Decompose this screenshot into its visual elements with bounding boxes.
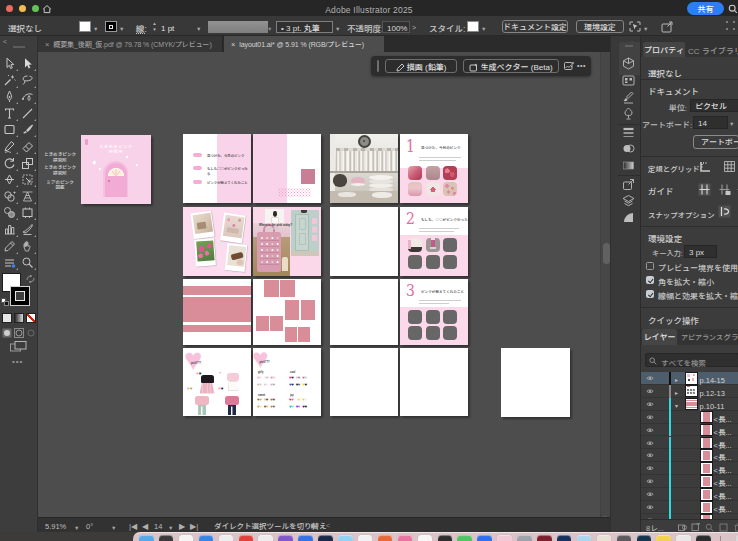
toolbar-drag-handle[interactable] [13,46,25,48]
dock-app-icon[interactable] [358,535,373,541]
dock-app-icon[interactable] [179,535,194,541]
free-transform-tool[interactable] [21,173,34,186]
artboard-toc-right[interactable] [253,134,321,203]
artboard-squares[interactable] [253,279,321,345]
stroke-weight-chevron-icon[interactable]: ▼ [196,25,201,33]
style-chevron-icon[interactable]: ▼ [481,25,486,33]
column-graph-tool[interactable] [3,223,16,236]
paintbrush-tool[interactable] [21,123,34,136]
gradient-mode-button[interactable] [14,313,24,323]
layer-thumbnail[interactable] [701,489,712,500]
layer-name[interactable]: <長... [714,451,732,462]
zoom-level[interactable]: 5.91% [45,520,66,531]
layer-thumbnail[interactable] [686,399,697,410]
dock-app-icon[interactable] [398,535,413,541]
artboard-count-chevron-icon[interactable]: ▼ [729,120,734,128]
new-sublayer-icon[interactable] [691,523,700,532]
draw-inside-icon[interactable] [26,328,36,338]
dock-app-icon[interactable] [497,535,512,541]
color-mode-button[interactable] [2,313,12,323]
first-artboard-icon[interactable]: |◀ [129,520,137,531]
dock-app-icon[interactable] [199,535,214,541]
last-artboard-icon[interactable]: ▶| [190,520,198,531]
pencil-tool[interactable] [3,240,16,253]
magic-wand-tool[interactable] [3,74,16,87]
dock-app-icon[interactable] [577,535,592,541]
panel-drag-handle[interactable] [625,45,633,47]
scale-tool[interactable] [21,157,34,170]
workspace-icon[interactable] [726,21,735,30]
search-icon[interactable] [728,4,738,14]
edit-artboards-button[interactable]: アートボー [693,135,738,149]
hint-collapse-icon[interactable]: < [326,520,330,531]
canvas-pasteboard[interactable]: ときめきピンク 研究所 ときめきピンク 研究所 ミアのピンク 図鑑 ときめきピン… [38,52,610,517]
rotation-value[interactable]: 0° [86,520,93,531]
make-mask-icon[interactable] [678,523,687,532]
direct-selection-tool[interactable] [3,57,16,70]
symbols-panel-icon[interactable] [622,107,635,120]
rectangle-tool[interactable] [3,123,16,136]
artboard-cover[interactable]: ときめきピンク 研究所 [81,135,151,204]
layer-row[interactable]: <長... [641,411,738,424]
dock-app-icon[interactable] [537,535,552,541]
layer-row[interactable]: ▸p.12-13 [641,385,738,398]
next-artboard-icon[interactable]: ▶ [179,520,185,531]
mesh-tool[interactable] [3,206,16,219]
tab-document-2[interactable]: ×layout01.ai* @ 5.91 % (RGB/プレビュー) [224,36,384,52]
layer-row[interactable]: ▾p.10-11 [641,398,738,411]
disclosure-icon[interactable]: ▾ [675,401,678,410]
layer-name[interactable]: p.14-15 [700,374,725,385]
dock-app-icon[interactable] [557,535,572,541]
brushes-panel-icon[interactable] [622,91,635,104]
eraser-tool[interactable] [21,140,34,153]
fill-chevron-icon[interactable]: ▼ [93,25,98,33]
artboard-blank-3[interactable] [330,348,398,416]
opacity-expand-icon[interactable]: > [412,22,416,32]
dock-app-icon[interactable] [219,535,234,541]
artboard-page-3[interactable]: 3 ピンクが教えてくれたこと [400,279,468,345]
export-panel-icon[interactable] [622,178,635,191]
document-setup-button[interactable]: ドキュメント設定 [502,20,568,33]
show-guides-icon[interactable] [698,183,711,196]
layer-thumbnail[interactable] [701,476,712,487]
prev-artboard-icon[interactable]: ◀ [142,520,148,531]
layers-panel-icon[interactable] [622,194,635,207]
collapse-toolbar-icon[interactable]: < [3,36,7,46]
layer-thumbnail[interactable] [701,502,712,513]
zoom-tool[interactable] [21,256,34,269]
transparency-panel-icon[interactable] [622,142,635,155]
taskbar-more-icon[interactable]: ••• [577,60,586,70]
tab-properties[interactable]: プロパティ [643,42,685,57]
alignment-chevron-icon[interactable]: ▼ [643,25,648,33]
artboard-count-dropdown[interactable]: 14 [693,116,728,129]
layer-name[interactable]: <長... [714,490,732,501]
layer-row[interactable]: <長... [641,449,738,462]
dock-app-icon[interactable] [696,535,711,541]
scale-corners-label[interactable]: 角を拡大・縮小 [658,276,714,287]
3d-panel-icon[interactable] [622,57,635,70]
layer-thumbnail[interactable] [701,425,712,436]
alignment-options-icon[interactable] [629,21,641,32]
dock-app-icon[interactable] [637,535,652,541]
layer-thumbnail[interactable] [686,373,697,384]
grid-icon[interactable] [723,160,736,173]
dock-app-icon[interactable] [617,535,632,541]
close-tab-icon[interactable]: × [231,38,235,49]
rotation-chevron-icon[interactable]: ▼ [111,523,116,534]
dock-app-icon[interactable] [597,535,612,541]
scale-corners-checkbox[interactable] [646,276,654,284]
visibility-eye-icon[interactable] [646,427,654,434]
visibility-eye-icon[interactable] [646,478,654,485]
key-input-field[interactable]: 3 px [684,245,717,258]
layer-thumbnail[interactable] [701,463,712,474]
style-swatch[interactable] [467,21,479,32]
screen-mode-icon[interactable] [10,341,27,352]
width-profile-chevron-icon[interactable]: ▼ [267,25,272,33]
visibility-eye-icon[interactable] [646,491,654,498]
taskbar-drag-handle[interactable] [377,60,379,72]
visibility-eye-icon[interactable] [646,388,654,395]
image-sparkle-icon[interactable] [564,61,575,71]
layer-thumbnail[interactable] [701,412,712,423]
layer-row[interactable]: ▸p.14-15 [641,372,738,385]
layer-name[interactable]: p.10-11 [700,400,725,411]
